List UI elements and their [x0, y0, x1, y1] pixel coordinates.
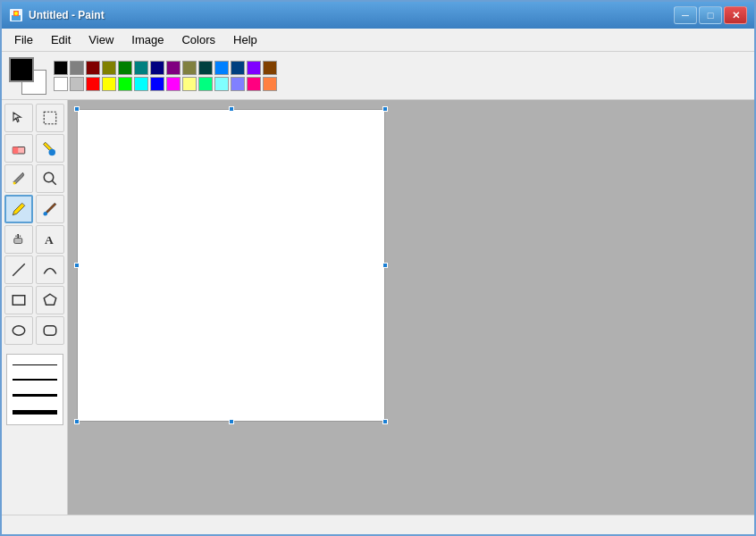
color-swatch-row2-4[interactable] — [118, 77, 132, 91]
size-line-1[interactable] — [13, 364, 57, 365]
handle-top-left[interactable] — [74, 106, 80, 112]
tool-ellipse[interactable] — [4, 316, 33, 345]
svg-point-7 — [13, 181, 15, 184]
color-palette — [54, 61, 277, 91]
handle-bottom-center[interactable] — [229, 419, 234, 424]
svg-point-21 — [13, 326, 25, 336]
menu-item-view[interactable]: View — [80, 31, 122, 48]
color-swatch-row2-3[interactable] — [102, 77, 116, 91]
drawing-canvas[interactable] — [77, 109, 385, 422]
tool-select-rect[interactable] — [36, 104, 64, 132]
maximize-button[interactable]: □ — [699, 6, 722, 24]
color-swatch-row2-13[interactable] — [263, 77, 277, 91]
tool-rectangle[interactable] — [4, 286, 33, 314]
close-button[interactable]: ✕ — [724, 6, 747, 24]
color-swatch-row1-0[interactable] — [54, 61, 68, 75]
tool-airbrush[interactable] — [4, 225, 33, 254]
tool-eraser[interactable] — [4, 134, 33, 163]
color-swatch-row2-11[interactable] — [231, 77, 245, 91]
tool-brush[interactable] — [36, 195, 64, 223]
tools-panel: A — [2, 100, 68, 515]
color-swatch-row2-8[interactable] — [182, 77, 197, 91]
tool-zoom[interactable] — [36, 164, 64, 193]
foreground-color[interactable] — [9, 57, 34, 82]
tool-rounded-rect[interactable] — [36, 316, 64, 345]
titlebar-buttons: ─ □ ✕ — [674, 6, 747, 24]
tool-fill[interactable] — [36, 134, 64, 163]
handle-bottom-right[interactable] — [382, 419, 388, 424]
handle-bottom-left[interactable] — [74, 419, 80, 424]
svg-point-3 — [14, 12, 18, 15]
color-swatch-row2-5[interactable] — [134, 77, 148, 91]
color-swatch-row1-1[interactable] — [70, 61, 84, 75]
svg-point-15 — [17, 234, 19, 236]
color-swatch-row2-1[interactable] — [70, 77, 84, 91]
menu-item-edit[interactable]: Edit — [42, 31, 80, 48]
color-swatch-row2-0[interactable] — [54, 77, 68, 91]
titlebar: Untitled - Paint ─ □ ✕ — [2, 2, 754, 29]
color-swatch-row1-4[interactable] — [118, 61, 132, 75]
color-swatch-row2-9[interactable] — [198, 77, 213, 91]
svg-point-16 — [19, 236, 21, 238]
size-line-3[interactable] — [13, 394, 57, 397]
svg-rect-22 — [44, 326, 56, 336]
svg-text:A: A — [45, 233, 54, 247]
color-swatch-row2-12[interactable] — [247, 77, 261, 91]
color-swatch-row2-6[interactable] — [150, 77, 164, 91]
color-swatch-row1-7[interactable] — [166, 61, 181, 75]
color-swatch-row2-2[interactable] — [86, 77, 100, 91]
tool-select-free[interactable] — [4, 104, 33, 132]
color-swatch-row1-9[interactable] — [198, 61, 213, 75]
titlebar-left: Untitled - Paint — [9, 8, 105, 22]
handle-right-center[interactable] — [382, 263, 388, 268]
svg-point-11 — [43, 212, 47, 216]
main-area: A — [2, 100, 754, 515]
svg-line-18 — [13, 264, 25, 276]
statusbar — [2, 515, 754, 534]
menu-item-file[interactable]: File — [5, 31, 42, 48]
tool-eyedropper[interactable] — [4, 164, 33, 193]
color-swatch-row1-8[interactable] — [182, 61, 197, 75]
color-row-1 — [54, 61, 277, 75]
tool-line[interactable] — [4, 255, 33, 284]
color-selector[interactable] — [9, 57, 46, 95]
handle-top-right[interactable] — [382, 106, 388, 112]
app-window: Untitled - Paint ─ □ ✕ FileEditViewImage… — [0, 0, 756, 536]
color-row-2 — [54, 77, 277, 91]
menu-item-colors[interactable]: Colors — [172, 31, 224, 48]
minimize-button[interactable]: ─ — [674, 6, 697, 24]
svg-point-14 — [15, 236, 17, 238]
handle-left-center[interactable] — [74, 263, 80, 268]
window-title: Untitled - Paint — [29, 9, 105, 21]
tool-polygon[interactable] — [36, 286, 64, 314]
svg-rect-6 — [13, 147, 18, 155]
menu-item-image[interactable]: Image — [122, 31, 172, 48]
canvas-area[interactable] — [68, 100, 754, 515]
size-line-4[interactable] — [13, 410, 57, 415]
tool-pencil[interactable] — [4, 195, 33, 223]
canvas-wrapper — [77, 109, 385, 422]
svg-rect-19 — [13, 296, 25, 306]
color-swatch-row1-11[interactable] — [231, 61, 245, 75]
color-swatch-row2-10[interactable] — [214, 77, 229, 91]
size-line-2[interactable] — [13, 379, 57, 381]
menu-item-help[interactable]: Help — [224, 31, 266, 48]
svg-rect-4 — [44, 112, 56, 124]
svg-point-8 — [44, 172, 54, 182]
color-swatch-row1-10[interactable] — [214, 61, 229, 75]
color-swatch-row1-12[interactable] — [247, 61, 261, 75]
tool-text[interactable]: A — [36, 225, 64, 254]
color-swatch-row1-6[interactable] — [150, 61, 164, 75]
color-swatch-row1-13[interactable] — [263, 61, 277, 75]
size-selector — [6, 354, 63, 425]
color-swatch-row1-2[interactable] — [86, 61, 100, 75]
color-swatch-row1-5[interactable] — [134, 61, 148, 75]
color-swatch-row1-3[interactable] — [102, 61, 116, 75]
paint-icon — [9, 8, 23, 22]
handle-top-center[interactable] — [229, 106, 234, 112]
tool-curve[interactable] — [36, 255, 64, 284]
svg-marker-20 — [44, 294, 56, 305]
color-swatch-row2-7[interactable] — [166, 77, 181, 91]
menubar: FileEditViewImageColorsHelp — [2, 29, 754, 52]
svg-rect-12 — [13, 239, 21, 244]
